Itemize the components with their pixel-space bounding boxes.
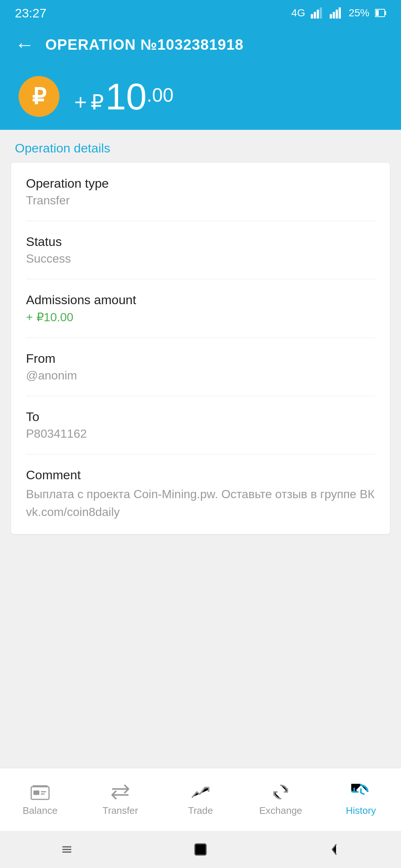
svg-rect-2: [317, 10, 319, 19]
svg-rect-12: [33, 785, 48, 787]
detail-row-2: Admissions amount+ ₽10.00: [26, 279, 375, 338]
back-nav-button[interactable]: [319, 838, 349, 861]
svg-rect-10: [385, 11, 386, 15]
detail-label-5: Comment: [26, 468, 375, 482]
system-nav: [0, 831, 401, 868]
transfer-icon: [109, 783, 131, 801]
detail-row-0: Operation typeTransfer: [26, 163, 375, 221]
svg-rect-0: [311, 14, 313, 19]
svg-rect-6: [336, 10, 338, 19]
detail-label-0: Operation type: [26, 176, 375, 191]
svg-rect-9: [376, 10, 379, 16]
detail-value-2: + ₽10.00: [26, 310, 375, 324]
amount-prefix: +: [74, 89, 87, 114]
nav-item-transfer[interactable]: Transfer: [80, 783, 160, 816]
detail-value-1: Success: [26, 252, 375, 266]
detail-row-5: CommentВыплата с проекта Coin-Mining.pw.…: [26, 454, 375, 534]
detail-row-4: ToP80341162: [26, 396, 375, 454]
amount-display: + ₽ 10 .00: [74, 78, 173, 115]
ruble-symbol: ₽: [32, 83, 46, 109]
details-card: Operation typeTransferStatusSuccessAdmis…: [11, 163, 390, 534]
nav-item-history[interactable]: History: [321, 783, 401, 816]
signal-icon: [311, 7, 324, 19]
status-bar: 23:27 4G 25%: [0, 0, 401, 26]
currency-icon: ₽: [19, 76, 59, 117]
recents-button[interactable]: [52, 838, 82, 861]
amount-currency: ₽: [91, 90, 104, 114]
amount-header: ₽ + ₽ 10 .00: [0, 63, 401, 130]
content-area: Operation details Operation typeTransfer…: [0, 130, 401, 545]
back-button[interactable]: ←: [15, 35, 34, 54]
nav-item-trade[interactable]: Trade: [160, 783, 241, 816]
battery-level: 25%: [349, 7, 369, 19]
time: 23:27: [15, 6, 46, 20]
section-label: Operation details: [11, 141, 390, 155]
svg-rect-15: [41, 793, 45, 795]
svg-rect-13: [33, 790, 39, 795]
detail-value-4: P80341162: [26, 427, 375, 441]
svg-rect-5: [333, 12, 335, 19]
nav-label-trade: Trade: [188, 805, 213, 816]
network-type: 4G: [291, 7, 305, 19]
svg-rect-1: [314, 12, 316, 19]
detail-row-1: StatusSuccess: [26, 221, 375, 279]
svg-rect-23: [195, 844, 206, 855]
balance-icon: [29, 783, 51, 801]
svg-line-19: [361, 793, 364, 794]
detail-label-4: To: [26, 410, 375, 424]
detail-label-1: Status: [26, 234, 375, 249]
nav-item-exchange[interactable]: Exchange: [241, 783, 321, 816]
page-title: OPERATION №1032381918: [45, 36, 244, 53]
detail-row-3: From@anonim: [26, 338, 375, 396]
nav-label-exchange: Exchange: [259, 805, 302, 816]
detail-label-3: From: [26, 351, 375, 366]
status-right: 4G 25%: [291, 7, 386, 19]
history-icon: [350, 783, 372, 801]
detail-value-5: Выплата с проекта Coin-Mining.pw. Оставь…: [26, 485, 375, 521]
nav-item-balance[interactable]: Balance: [0, 783, 80, 816]
svg-rect-7: [339, 7, 341, 19]
nav-label-balance: Balance: [23, 805, 58, 816]
detail-value-0: Transfer: [26, 194, 375, 207]
svg-rect-4: [330, 14, 332, 19]
svg-rect-14: [41, 791, 46, 792]
svg-rect-3: [320, 7, 322, 19]
detail-label-2: Admissions amount: [26, 293, 375, 307]
bottom-nav: Balance Transfer Trade: [0, 768, 401, 831]
detail-value-3: @anonim: [26, 369, 375, 382]
battery-icon: [375, 8, 386, 18]
top-nav: ← OPERATION №1032381918: [0, 26, 401, 63]
amount-decimal: .00: [147, 84, 173, 106]
nav-label-history: History: [346, 805, 376, 816]
trade-icon: [189, 783, 212, 801]
exchange-icon: [270, 783, 292, 801]
nav-label-transfer: Transfer: [102, 805, 138, 816]
amount-main: 10: [105, 78, 147, 115]
signal-icon-2: [330, 7, 343, 19]
home-button[interactable]: [186, 838, 215, 861]
